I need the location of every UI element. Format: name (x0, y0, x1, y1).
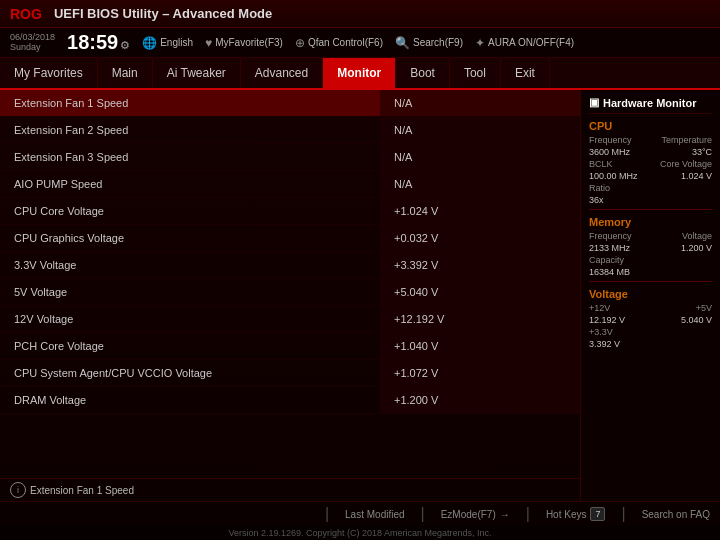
search-btn[interactable]: 🔍 Search(F9) (395, 36, 463, 50)
row-value: +1.040 V (380, 333, 580, 359)
table-row[interactable]: 5V Voltage +5.040 V (0, 279, 580, 306)
cpu-section-title: CPU (589, 120, 712, 132)
volt-33v-value: 3.392 V (589, 339, 620, 349)
table-row[interactable]: AIO PUMP Speed N/A (0, 171, 580, 198)
hot-keys-label: Hot Keys (546, 509, 587, 520)
nav-monitor[interactable]: Monitor (323, 58, 396, 88)
language-label: English (160, 37, 193, 48)
table-row[interactable]: Extension Fan 3 Speed N/A (0, 144, 580, 171)
table-row[interactable]: DRAM Voltage +1.200 V (0, 387, 580, 414)
hw-monitor-title: ▣ Hardware Monitor (589, 96, 712, 114)
nav-ai-tweaker[interactable]: Ai Tweaker (153, 58, 241, 88)
date-line2: Sunday (10, 43, 55, 53)
cpu-freq-label: Frequency (589, 135, 632, 145)
info-icons: 🌐 English ♥ MyFavorite(F3) ⊕ Qfan Contro… (142, 36, 574, 50)
mem-volt-value: 1.200 V (681, 243, 712, 253)
cpu-bclk-value: 100.00 MHz (589, 171, 638, 181)
search-icon: 🔍 (395, 36, 410, 50)
title-bar: ROG UEFI BIOS Utility – Advanced Mode (0, 0, 720, 28)
row-value: N/A (380, 144, 580, 170)
bios-title: UEFI BIOS Utility – Advanced Mode (54, 6, 710, 21)
search-faq-btn[interactable]: Search on FAQ (642, 509, 710, 520)
cpu-ratio-value-row: 36x (589, 195, 712, 205)
table-row[interactable]: Extension Fan 1 Speed N/A (0, 90, 580, 117)
row-value: N/A (380, 171, 580, 197)
volt-12-5-value-row: 12.192 V 5.040 V (589, 315, 712, 325)
qfan-control-btn[interactable]: ⊕ Qfan Control(F6) (295, 36, 383, 50)
time-display: 18:59 (67, 31, 118, 54)
footer: | Last Modified | EzMode(F7) → | Hot Key… (0, 501, 720, 526)
hw-divider-2 (589, 281, 712, 282)
mem-capacity-label-row: Capacity (589, 255, 712, 265)
mem-freq-label: Frequency (589, 231, 632, 241)
table-row[interactable]: CPU Core Voltage +1.024 V (0, 198, 580, 225)
volt-12v-label: +12V (589, 303, 610, 313)
mem-freq-label-row: Frequency Voltage (589, 231, 712, 241)
cpu-freq-value: 3600 MHz (589, 147, 630, 157)
cpu-core-voltage-value: 1.024 V (681, 171, 712, 181)
ezmode-label: EzMode(F7) (441, 509, 496, 520)
copyright: Version 2.19.1269. Copyright (C) 2018 Am… (0, 526, 720, 540)
row-value: +1.024 V (380, 198, 580, 224)
row-value: +12.192 V (380, 306, 580, 332)
table-row[interactable]: CPU Graphics Voltage +0.032 V (0, 225, 580, 252)
qfan-label: Qfan Control(F6) (308, 37, 383, 48)
info-bar: 06/03/2018 Sunday 18:59 ⚙ 🌐 English ♥ My… (0, 28, 720, 58)
table-row[interactable]: CPU System Agent/CPU VCCIO Voltage +1.07… (0, 360, 580, 387)
nav-advanced[interactable]: Advanced (241, 58, 323, 88)
memory-section-title: Memory (589, 216, 712, 228)
row-label: CPU Graphics Voltage (0, 228, 380, 248)
row-label: AIO PUMP Speed (0, 174, 380, 194)
main-container: ROG UEFI BIOS Utility – Advanced Mode 06… (0, 0, 720, 540)
my-favorite-btn[interactable]: ♥ MyFavorite(F3) (205, 36, 283, 50)
mem-capacity-value: 16384 MB (589, 267, 630, 277)
row-label: 5V Voltage (0, 282, 380, 302)
aura-label: AURA ON/OFF(F4) (488, 37, 574, 48)
table-row[interactable]: Extension Fan 2 Speed N/A (0, 117, 580, 144)
volt-5v-label: +5V (696, 303, 712, 313)
mem-freq-value: 2133 MHz (589, 243, 630, 253)
info-description: Extension Fan 1 Speed (30, 485, 570, 496)
nav-exit[interactable]: Exit (501, 58, 550, 88)
last-modified-btn[interactable]: Last Modified (345, 509, 404, 520)
table-row[interactable]: 12V Voltage +12.192 V (0, 306, 580, 333)
rog-logo: ROG (10, 6, 42, 22)
nav-tool[interactable]: Tool (450, 58, 501, 88)
row-value: N/A (380, 90, 580, 116)
voltage-section-title: Voltage (589, 288, 712, 300)
monitor-icon: ▣ (589, 96, 599, 109)
mem-freq-value-row: 2133 MHz 1.200 V (589, 243, 712, 253)
cpu-bclk-value-row: 100.00 MHz 1.024 V (589, 171, 712, 181)
table-row[interactable]: 3.3V Voltage +3.392 V (0, 252, 580, 279)
row-value: +0.032 V (380, 225, 580, 251)
fan-icon: ⊕ (295, 36, 305, 50)
cpu-temp-value: 33°C (692, 147, 712, 157)
table-row[interactable]: PCH Core Voltage +1.040 V (0, 333, 580, 360)
favorite-icon: ♥ (205, 36, 212, 50)
row-label: DRAM Voltage (0, 390, 380, 410)
row-label: Extension Fan 1 Speed (0, 93, 380, 113)
row-label: CPU System Agent/CPU VCCIO Voltage (0, 363, 380, 383)
row-label: CPU Core Voltage (0, 201, 380, 221)
language-selector[interactable]: 🌐 English (142, 36, 193, 50)
row-value: +5.040 V (380, 279, 580, 305)
nav-bar: My Favorites Main Ai Tweaker Advanced Mo… (0, 58, 720, 90)
last-modified-label: Last Modified (345, 509, 404, 520)
main-content: Extension Fan 1 Speed N/A Extension Fan … (0, 90, 720, 501)
nav-main[interactable]: Main (98, 58, 153, 88)
aura-btn[interactable]: ✦ AURA ON/OFF(F4) (475, 36, 574, 50)
gear-icon: ⚙ (120, 39, 130, 52)
row-label: Extension Fan 3 Speed (0, 147, 380, 167)
monitor-table: Extension Fan 1 Speed N/A Extension Fan … (0, 90, 580, 478)
monitor-panel: Extension Fan 1 Speed N/A Extension Fan … (0, 90, 580, 501)
hot-keys-btn[interactable]: Hot Keys 7 (546, 507, 606, 521)
search-faq-label: Search on FAQ (642, 509, 710, 520)
nav-my-favorites[interactable]: My Favorites (0, 58, 98, 88)
nav-boot[interactable]: Boot (396, 58, 450, 88)
cpu-bclk-label: BCLK (589, 159, 613, 169)
cpu-ratio-label: Ratio (589, 183, 610, 193)
hot-keys-key: 7 (590, 507, 605, 521)
ezmode-btn[interactable]: EzMode(F7) → (441, 509, 510, 520)
row-label: 3.3V Voltage (0, 255, 380, 275)
mem-capacity-label: Capacity (589, 255, 624, 265)
